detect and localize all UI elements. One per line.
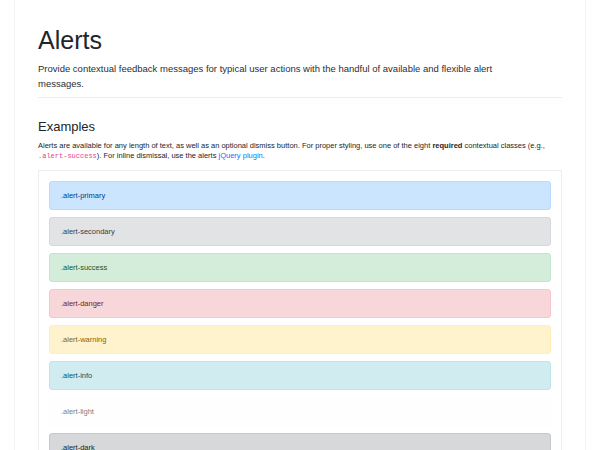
alert-light-example: .alert-light — [49, 397, 551, 426]
page-lead: Provide contextual feedback messages for… — [38, 61, 508, 91]
section-divider — [38, 97, 562, 98]
alert-success-example: .alert-success — [49, 253, 551, 282]
page-title: Alerts — [38, 26, 562, 54]
examples-intro: Alerts are available for any length of t… — [38, 141, 562, 161]
alert-label: .alert-info — [61, 371, 92, 380]
jquery-plugin-link[interactable]: jQuery plugin — [219, 151, 263, 160]
alert-label: .alert-danger — [61, 299, 104, 308]
alert-secondary-example: .alert-secondary — [49, 217, 551, 246]
intro-required-emphasis: required — [432, 141, 462, 150]
alert-label: .alert-primary — [61, 191, 105, 200]
alert-label: .alert-dark — [61, 443, 95, 450]
alert-label: .alert-light — [61, 407, 94, 416]
alert-primary-example: .alert-primary — [49, 181, 551, 210]
docs-page: Alerts Provide contextual feedback messa… — [0, 0, 600, 450]
intro-text-1: Alerts are available for any length of t… — [38, 141, 432, 150]
intro-text-4: . — [263, 151, 265, 160]
intro-text-2: contextual classes (e.g., — [462, 141, 545, 150]
alert-label: .alert-success — [61, 263, 107, 272]
alert-info-example: .alert-info — [49, 361, 551, 390]
alert-label: .alert-secondary — [61, 227, 115, 236]
alert-success-code: .alert-success — [38, 152, 97, 160]
intro-text-3: ). For inline dismissal, use the alerts — [97, 151, 219, 160]
alerts-example-container: .alert-primary.alert-secondary.alert-suc… — [38, 170, 562, 450]
alert-danger-example: .alert-danger — [49, 289, 551, 318]
content-right-divider — [585, 0, 586, 450]
main-content: Alerts Provide contextual feedback messa… — [15, 0, 585, 450]
alert-warning-example: .alert-warning — [49, 325, 551, 354]
examples-heading: Examples — [38, 120, 562, 134]
alert-label: .alert-warning — [61, 335, 106, 344]
alert-dark-example: .alert-dark — [49, 433, 551, 450]
